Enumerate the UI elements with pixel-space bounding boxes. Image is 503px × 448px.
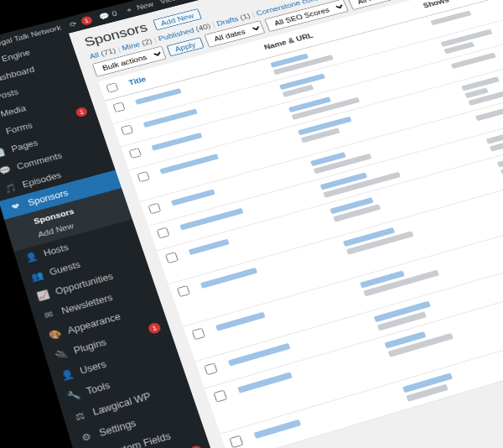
update-icon: ⟳	[67, 18, 80, 29]
plus-icon: +	[122, 4, 136, 15]
row-checkbox[interactable]	[204, 362, 218, 375]
tools-icon: 🔧	[65, 388, 81, 404]
sidebar-badge: 1	[75, 107, 88, 118]
select-all-checkbox[interactable]	[106, 82, 118, 92]
comments-icon: 💬	[0, 164, 13, 177]
forms-icon: 📋	[0, 128, 2, 142]
row-checkbox[interactable]	[148, 203, 162, 214]
row-checkbox[interactable]	[121, 125, 133, 136]
sidebar-badge: 1	[189, 445, 204, 448]
row-checkbox[interactable]	[229, 435, 243, 448]
lawgical-wp-icon: ⚖	[71, 409, 88, 425]
settings-icon: ⚙	[77, 430, 94, 445]
row-checkbox[interactable]	[157, 227, 170, 239]
comments-count: 0	[111, 9, 117, 18]
row-checkbox[interactable]	[137, 171, 149, 182]
comments-link[interactable]: 💬 0	[97, 9, 117, 22]
apply-button[interactable]: Apply	[167, 37, 205, 56]
row-checkbox[interactable]	[213, 390, 227, 403]
new-label: New	[136, 0, 154, 11]
guests-icon: 👥	[29, 269, 44, 284]
pages-icon: 📄	[0, 146, 7, 159]
appearance-icon: 🎨	[46, 327, 63, 342]
opportunities-icon: 📈	[34, 289, 50, 303]
comment-icon: 💬	[97, 11, 111, 22]
users-icon: 👤	[59, 367, 75, 383]
updates-badge: 1	[80, 15, 93, 26]
row-checkbox[interactable]	[192, 328, 205, 341]
sidebar-badge: 1	[148, 321, 162, 335]
row-checkbox[interactable]	[177, 285, 190, 297]
episodes-icon: 🎵	[3, 182, 18, 195]
sponsors-icon: ❤	[8, 200, 23, 214]
row-checkbox[interactable]	[165, 252, 179, 263]
row-checkbox[interactable]	[129, 148, 142, 159]
newsletters-icon: ✉	[40, 308, 57, 323]
plugins-icon: 🔌	[53, 347, 70, 362]
row-checkbox[interactable]	[113, 102, 126, 112]
hosts-icon: 👤	[23, 250, 39, 264]
